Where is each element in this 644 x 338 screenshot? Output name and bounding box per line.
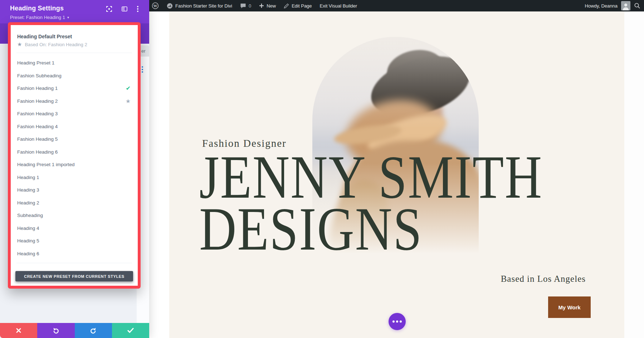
divider xyxy=(16,263,132,263)
preset-item[interactable]: Fashion Heading 3 xyxy=(11,107,138,120)
preset-item-label: Fashion Heading 5 xyxy=(17,136,131,142)
screenshot-root: W Fashion Starter Site for Divi 0 xyxy=(0,0,644,338)
option-kebab-icon[interactable] xyxy=(142,66,143,73)
avatar[interactable] xyxy=(621,1,630,10)
active-check-icon: ✔ xyxy=(126,85,131,92)
based-on-label: Based On: Fashion Heading 2 xyxy=(25,42,87,47)
page-right-margin xyxy=(624,11,644,338)
preset-item-label: Heading 4 xyxy=(17,226,131,231)
chevron-down-icon: ▾ xyxy=(67,15,69,19)
undo-button[interactable] xyxy=(37,323,74,338)
default-preset-based-on: ★ Based On: Fashion Heading 2 xyxy=(17,42,131,47)
redo-icon xyxy=(90,327,97,334)
star-icon: ★ xyxy=(17,42,22,47)
preset-item[interactable]: Heading Preset 1 imported xyxy=(11,158,138,171)
comments-count: 0 xyxy=(249,3,251,9)
preset-selector-label: Preset: Fashion Heading 1 xyxy=(10,15,65,20)
preset-item[interactable]: Fashion Heading 1✔ xyxy=(11,82,138,95)
preset-item[interactable]: Heading 1 xyxy=(11,171,138,184)
preset-item-label: Subheading xyxy=(17,213,131,218)
section-options-button[interactable] xyxy=(389,313,406,330)
close-icon xyxy=(16,328,21,333)
pencil-icon xyxy=(284,3,289,9)
preset-item-label: Heading 3 xyxy=(17,187,131,193)
preset-item[interactable]: Fashion Subheading xyxy=(11,69,138,82)
preset-item[interactable]: Heading 5 xyxy=(11,235,138,247)
hero-section: Fashion Designer JENNY SMITH DESIGNS Bas… xyxy=(169,11,624,338)
preset-item[interactable]: Heading Preset 1 xyxy=(11,57,138,69)
default-preset-block[interactable]: Heading Default Preset ★ Based On: Fashi… xyxy=(11,25,138,47)
preset-item-label: Fashion Heading 6 xyxy=(17,149,131,155)
hero-location: Based in Los Angeles xyxy=(501,274,586,284)
photo-top-haze xyxy=(312,37,479,129)
hero-title-line2: DESIGNS xyxy=(199,198,423,260)
cancel-button[interactable] xyxy=(0,323,37,338)
preset-item-label: Heading 5 xyxy=(17,238,131,243)
howdy-label[interactable]: Howdy, Deanna xyxy=(585,3,618,9)
preset-item[interactable]: Fashion Heading 5 xyxy=(11,133,138,146)
search-icon[interactable] xyxy=(634,3,640,9)
preset-item[interactable]: Subheading xyxy=(11,209,138,222)
save-button[interactable] xyxy=(112,323,149,338)
preset-item[interactable]: Fashion Heading 2★ xyxy=(11,95,138,108)
kebab-menu-icon[interactable] xyxy=(137,6,138,12)
divider xyxy=(16,53,132,53)
ab-exit-visual-builder[interactable]: Exit Visual Builder xyxy=(320,3,357,9)
preset-item[interactable]: Heading 3 xyxy=(11,184,138,197)
undo-icon xyxy=(52,327,59,334)
preset-item-label: Fashion Heading 1 xyxy=(17,86,126,91)
new-label: New xyxy=(267,3,276,9)
wordpress-logo-icon: W xyxy=(152,2,159,9)
preset-item[interactable]: Fashion Heading 4 xyxy=(11,120,138,133)
preset-item[interactable]: Heading 6 xyxy=(11,247,138,260)
comments-bubble-icon xyxy=(240,3,246,9)
preset-item[interactable]: Heading 4 xyxy=(11,222,138,235)
redo-button[interactable] xyxy=(75,323,112,338)
ab-edit-page[interactable]: Edit Page xyxy=(284,3,312,9)
default-star-icon: ★ xyxy=(126,98,131,105)
preset-item-label: Fashion Heading 3 xyxy=(17,111,131,116)
preset-item-label: Heading Preset 1 imported xyxy=(17,162,131,167)
svg-text:W: W xyxy=(153,4,157,8)
preset-item-label: Fashion Heading 2 xyxy=(17,98,126,104)
preset-item-label: Fashion Heading 4 xyxy=(17,124,131,129)
ab-site-menu[interactable]: Fashion Starter Site for Divi xyxy=(167,3,232,9)
create-preset-button[interactable]: CREATE NEW PRESET FROM CURRENT STYLES xyxy=(15,271,133,281)
my-work-button[interactable]: My Work xyxy=(548,296,591,318)
preset-item-label: Heading 6 xyxy=(17,251,131,256)
ab-new[interactable]: New xyxy=(259,3,276,9)
modal-header-icons xyxy=(106,6,138,12)
default-preset-title: Heading Default Preset xyxy=(17,34,131,39)
preset-item-label: Heading 1 xyxy=(17,175,131,180)
modal-tab-partial-label: er xyxy=(141,48,146,54)
exit-visual-builder-label: Exit Visual Builder xyxy=(320,3,357,9)
admin-bar-left: W Fashion Starter Site for Divi 0 xyxy=(152,2,357,9)
modal-footer xyxy=(0,323,149,338)
plus-icon xyxy=(259,3,264,8)
preset-selector[interactable]: Preset: Fashion Heading 1 ▾ xyxy=(10,15,69,20)
preset-item-label: Heading Preset 1 xyxy=(17,60,131,66)
dashboard-gauge-icon xyxy=(167,3,173,9)
edit-page-label: Edit Page xyxy=(292,3,312,9)
ab-comments[interactable]: 0 xyxy=(240,3,251,9)
modal-title: Heading Settings xyxy=(10,5,64,12)
preset-item[interactable]: Fashion Heading 6 xyxy=(11,146,138,159)
wp-logo-menu[interactable]: W xyxy=(152,2,159,9)
admin-bar-right: Howdy, Deanna xyxy=(585,1,644,10)
panel-layout-icon[interactable] xyxy=(122,6,127,11)
preset-list: Heading Preset 1Fashion SubheadingFashio… xyxy=(11,57,138,260)
preset-item-label: Heading 2 xyxy=(17,200,131,206)
preset-dropdown: Heading Default Preset ★ Based On: Fashi… xyxy=(8,22,141,289)
check-icon xyxy=(127,328,134,333)
site-name: Fashion Starter Site for Divi xyxy=(175,3,232,9)
focus-mode-icon[interactable] xyxy=(106,6,112,12)
person-icon xyxy=(622,3,629,10)
preset-item-label: Fashion Subheading xyxy=(17,73,131,78)
preset-item[interactable]: Heading 2 xyxy=(11,197,138,209)
